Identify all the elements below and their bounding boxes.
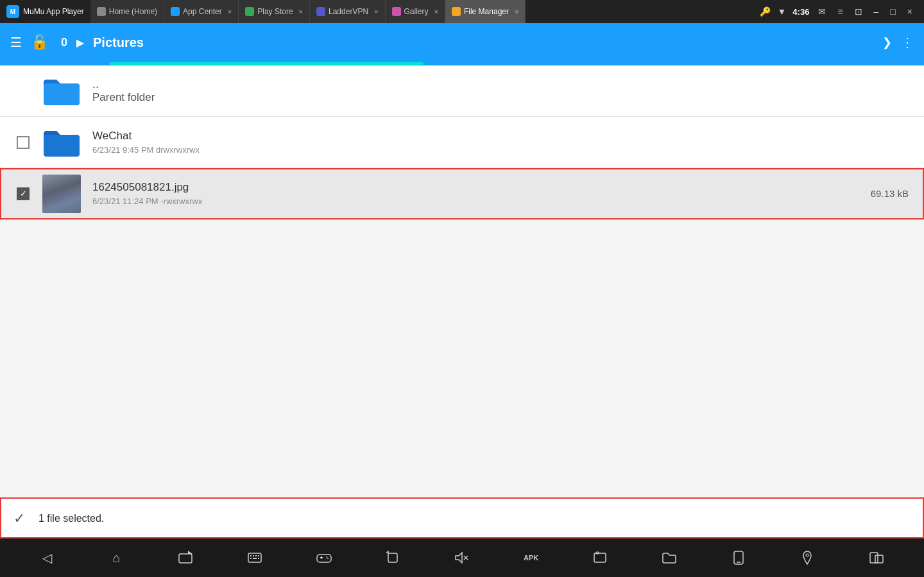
svg-rect-19	[594, 553, 606, 562]
svg-rect-8	[253, 558, 257, 559]
svg-rect-12	[321, 556, 322, 559]
clock: 4:36	[792, 7, 809, 17]
tab-gallery-label: Gallery	[404, 7, 429, 16]
titlebar-right: 🔑 ▼ 4:36 ✉ ≡ ⊡ – □ ×	[760, 6, 924, 17]
jpg-thumbnail	[42, 175, 81, 213]
file-row-parent[interactable]: .. Parent folder	[0, 65, 924, 117]
thumb-jpg	[36, 175, 87, 213]
lock-icon: 🔓	[31, 34, 48, 51]
home-button[interactable]: ⌂	[105, 546, 128, 569]
email-icon[interactable]: ✉	[816, 6, 828, 17]
minimize-icon[interactable]: –	[871, 6, 882, 17]
more-options-button[interactable]: ⋮	[901, 35, 914, 50]
gamepad-button[interactable]	[312, 546, 336, 569]
svg-rect-7	[250, 558, 252, 559]
gallery-tab-icon	[392, 7, 401, 16]
file-info-wechat: WeChat 6/23/21 9:45 PM drwxrwxrwx	[87, 130, 914, 155]
tab-playstore-label: Play Store	[257, 7, 293, 16]
titlebar: M MuMu App Player Home (Home) App Center…	[0, 0, 924, 23]
tab-home[interactable]: Home (Home)	[90, 0, 164, 23]
checkbox-jpg[interactable]	[17, 187, 30, 200]
svg-rect-15	[388, 553, 397, 562]
appcenter-tab-icon	[171, 7, 180, 16]
svg-rect-3	[250, 555, 252, 556]
checkbox-wechat[interactable]	[17, 136, 30, 149]
svg-rect-10	[317, 555, 331, 562]
status-bar: ✓ 1 file selected.	[0, 497, 924, 538]
apk-button[interactable]: APK	[520, 546, 543, 569]
phone-button[interactable]	[727, 546, 750, 569]
screenshot-button[interactable]	[588, 546, 612, 569]
nav-forward-button[interactable]: ❯	[882, 35, 892, 49]
svg-point-14	[327, 558, 329, 559]
nav-count: 0	[61, 36, 67, 49]
svg-rect-0	[179, 554, 192, 563]
rotate-button[interactable]	[381, 546, 404, 569]
laddervpn-tab-icon	[316, 7, 325, 16]
tab-gallery[interactable]: Gallery ×	[386, 0, 445, 23]
filemanager-tab-icon	[452, 7, 461, 16]
wifi-icon: ▼	[777, 6, 786, 17]
svg-rect-24	[870, 553, 878, 563]
logo-icon: M	[6, 5, 19, 18]
folder-icon-parent	[36, 77, 87, 105]
maximize-icon[interactable]: □	[887, 6, 898, 17]
file-list: .. Parent folder WeChat 6/23/21 9:45 PM …	[0, 65, 924, 220]
tabs-area: Home (Home) App Center × Play Store × La…	[90, 0, 760, 23]
svg-marker-16	[456, 553, 462, 563]
svg-marker-1	[188, 551, 193, 554]
svg-point-13	[326, 556, 327, 558]
file-info-jpg: 1624505081821.jpg 6/23/21 11:24 PM -rwxr…	[87, 181, 871, 206]
back-button[interactable]: ◁	[36, 546, 59, 569]
tab-home-label: Home (Home)	[109, 7, 157, 16]
keyboard-button[interactable]	[243, 546, 266, 569]
menu-icon[interactable]: ≡	[835, 6, 845, 17]
location-button[interactable]	[796, 546, 819, 569]
tab-filemanager[interactable]: File Manager ×	[445, 0, 526, 23]
wechat-folder-meta: 6/23/21 9:45 PM drwxrwxrwx	[92, 145, 914, 155]
svg-point-23	[806, 554, 809, 556]
file-info-parent: .. Parent folder	[87, 78, 914, 104]
checkbox-wechat-area[interactable]	[10, 136, 36, 149]
volume-button[interactable]	[450, 546, 474, 569]
svg-rect-4	[253, 555, 254, 556]
tab-playstore[interactable]: Play Store ×	[239, 0, 310, 23]
svg-rect-9	[258, 558, 259, 559]
tab-appcenter-close[interactable]: ×	[228, 8, 232, 15]
tab-filemanager-label: File Manager	[464, 7, 509, 16]
jpg-file-size: 69.13 kB	[871, 188, 914, 199]
camera-button[interactable]	[174, 546, 197, 569]
tab-laddervpn-close[interactable]: ×	[374, 8, 378, 15]
playstore-tab-icon	[245, 7, 254, 16]
tab-filemanager-close[interactable]: ×	[515, 8, 518, 15]
checkbox-jpg-area[interactable]	[10, 187, 36, 200]
tab-laddervpn[interactable]: LadderVPN ×	[310, 0, 385, 23]
status-check-icon: ✓	[0, 510, 38, 527]
jpg-file-name: 1624505081821.jpg	[92, 181, 871, 194]
folder-icon-wechat	[36, 128, 87, 157]
home-tab-icon	[97, 7, 106, 16]
bottom-toolbar: ◁ ⌂ APK	[0, 538, 924, 577]
multiwindow-button[interactable]	[865, 546, 888, 569]
folder-button[interactable]	[658, 546, 681, 569]
progress-bar-fill	[109, 62, 424, 65]
parent-folder-name: Parent folder	[92, 91, 914, 104]
tab-gallery-close[interactable]: ×	[434, 8, 438, 15]
breadcrumb-title: Pictures	[93, 35, 144, 50]
key-icon: 🔑	[760, 6, 771, 17]
file-row-wechat[interactable]: WeChat 6/23/21 9:45 PM drwxrwxrwx	[0, 117, 924, 168]
tab-laddervpn-label: LadderVPN	[329, 7, 368, 16]
file-row-jpg[interactable]: 1624505081821.jpg 6/23/21 11:24 PM -rwxr…	[0, 168, 924, 220]
app-name: MuMu App Player	[23, 7, 84, 16]
nav-arrow-icon: ▶	[76, 37, 84, 49]
tab-appcenter[interactable]: App Center ×	[164, 0, 239, 23]
fullscreen-icon[interactable]: ⊡	[852, 6, 865, 17]
hamburger-button[interactable]: ☰	[10, 35, 22, 50]
close-window-icon[interactable]: ×	[905, 6, 915, 17]
svg-rect-5	[255, 555, 257, 556]
tab-playstore-close[interactable]: ×	[299, 8, 303, 15]
parent-dots: ..	[92, 78, 914, 91]
tab-appcenter-label: App Center	[183, 7, 222, 16]
jpg-file-meta: 6/23/21 11:24 PM -rwxrwxrwx	[92, 196, 871, 206]
svg-rect-6	[258, 555, 259, 556]
